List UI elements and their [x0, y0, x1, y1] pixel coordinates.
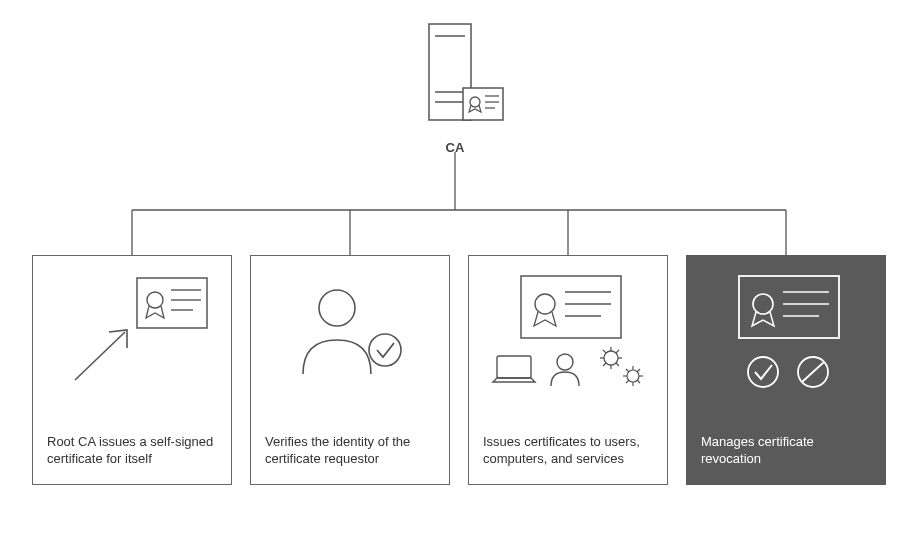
svg-point-21	[319, 290, 355, 326]
svg-line-55	[802, 362, 824, 382]
card-caption: Manages certificate revocation	[701, 433, 871, 468]
card-row: Root CA issues a self-signed certificate…	[32, 255, 886, 485]
ca-label: CA	[405, 140, 505, 155]
svg-line-35	[603, 350, 606, 353]
svg-line-20	[75, 332, 125, 380]
card-verify-identity: Verifies the identity of the certificate…	[250, 255, 450, 485]
svg-line-44	[626, 369, 629, 372]
svg-point-29	[557, 354, 573, 370]
card-manage-revocation: Manages certificate revocation	[686, 255, 886, 485]
card-caption: Issues certificates to users, computers,…	[483, 433, 653, 468]
server-with-certificate-icon	[405, 22, 505, 132]
card-issue-certificates: Issues certificates to users, computers,…	[468, 255, 668, 485]
svg-point-22	[369, 334, 401, 366]
svg-point-24	[535, 294, 555, 314]
svg-line-38	[616, 350, 619, 353]
svg-line-46	[626, 380, 629, 383]
svg-point-16	[147, 292, 163, 308]
svg-point-53	[748, 357, 778, 387]
certificate-approve-deny-icon	[701, 270, 871, 433]
card-caption: Root CA issues a self-signed certificate…	[47, 433, 217, 468]
svg-point-49	[753, 294, 773, 314]
svg-line-47	[637, 369, 640, 372]
card-self-signed: Root CA issues a self-signed certificate…	[32, 255, 232, 485]
svg-line-45	[637, 380, 640, 383]
arrow-to-certificate-icon	[47, 270, 217, 433]
svg-line-37	[603, 363, 606, 366]
svg-line-36	[616, 363, 619, 366]
card-caption: Verifies the identity of the certificate…	[265, 433, 435, 468]
svg-rect-28	[497, 356, 531, 378]
ca-root-node: CA	[405, 22, 505, 155]
certificate-with-entities-icon	[483, 270, 653, 433]
user-with-check-icon	[265, 270, 435, 433]
svg-rect-4	[463, 88, 503, 120]
svg-point-30	[604, 351, 618, 365]
